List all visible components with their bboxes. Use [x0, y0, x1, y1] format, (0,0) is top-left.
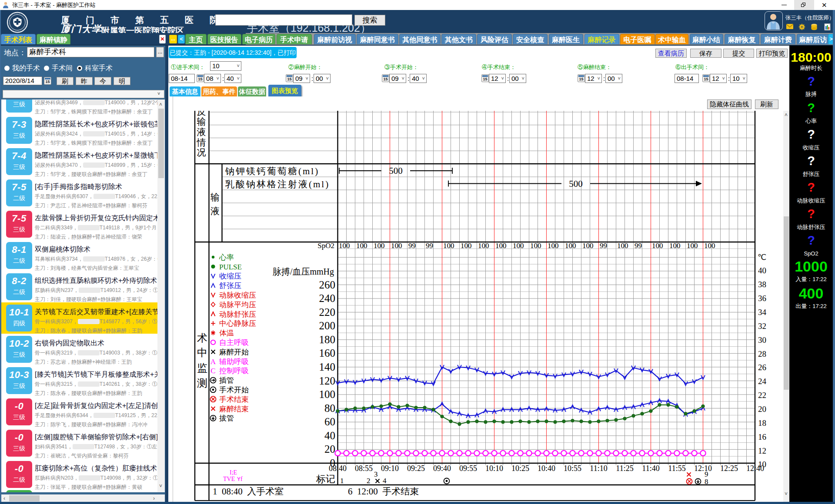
- svg-text:12:40: 12:40: [746, 464, 764, 473]
- svg-text:100: 100: [548, 242, 559, 250]
- svg-text:100: 100: [687, 242, 698, 250]
- svg-text:18: 18: [758, 418, 766, 428]
- svg-text:乳酸钠林格注射液(ml): 乳酸钠林格注射液(ml): [225, 179, 330, 189]
- svg-text:08:55: 08:55: [355, 464, 373, 473]
- svg-text:09:40: 09:40: [433, 464, 451, 473]
- svg-text:4: 4: [383, 477, 387, 485]
- svg-text:C: C: [210, 367, 215, 375]
- svg-text:11:25: 11:25: [616, 464, 633, 473]
- svg-text:况: 况: [197, 147, 206, 158]
- svg-text:动脉平均压: 动脉平均压: [219, 301, 256, 309]
- svg-text:36: 36: [758, 294, 766, 303]
- svg-text:140: 140: [319, 361, 336, 373]
- svg-text:体温: 体温: [219, 329, 234, 337]
- svg-text:40: 40: [324, 430, 335, 441]
- svg-text:辅助呼吸: 辅助呼吸: [219, 358, 249, 366]
- svg-text:10:40: 10:40: [538, 464, 555, 473]
- svg-text:11:55: 11:55: [668, 464, 685, 473]
- svg-text:脉搏/血压mmHg: 脉搏/血压mmHg: [273, 267, 334, 277]
- svg-text:100: 100: [652, 242, 663, 250]
- svg-text:100: 100: [461, 242, 472, 250]
- svg-text:收缩压: 收缩压: [219, 272, 241, 280]
- svg-text:99: 99: [426, 242, 433, 250]
- svg-text:26: 26: [758, 363, 766, 372]
- svg-text:09:10: 09:10: [381, 464, 399, 473]
- svg-text:自主呼吸: 自主呼吸: [219, 338, 249, 347]
- svg-text:260: 260: [319, 279, 336, 291]
- svg-text:28: 28: [758, 349, 766, 358]
- svg-text:12:25: 12:25: [720, 464, 738, 473]
- svg-text:24: 24: [758, 377, 767, 386]
- svg-text:220: 220: [319, 306, 336, 318]
- svg-text:08:40: 08:40: [329, 464, 347, 473]
- svg-text:20: 20: [758, 405, 766, 414]
- svg-text:160: 160: [319, 347, 336, 359]
- svg-text:100: 100: [495, 242, 507, 250]
- svg-text:I;E: I;E: [230, 469, 237, 476]
- svg-text:100: 100: [478, 242, 489, 250]
- svg-text:16: 16: [758, 432, 766, 441]
- svg-text:A: A: [210, 358, 216, 366]
- svg-text:拔管: 拔管: [219, 414, 234, 422]
- svg-text:34: 34: [758, 308, 767, 317]
- svg-text:500: 500: [389, 166, 403, 176]
- svg-text:12:10: 12:10: [694, 464, 712, 473]
- svg-text:1: 1: [340, 477, 344, 485]
- svg-text:11:10: 11:10: [590, 464, 607, 473]
- svg-text:麻醉开始: 麻醉开始: [219, 348, 249, 356]
- svg-text:100: 100: [513, 242, 524, 250]
- svg-text:09:55: 09:55: [459, 464, 477, 473]
- svg-text:100: 100: [356, 242, 367, 250]
- svg-text:22: 22: [758, 391, 766, 400]
- svg-text:输: 输: [197, 116, 206, 127]
- svg-text:60: 60: [324, 416, 335, 428]
- svg-text:术: 术: [197, 332, 207, 344]
- svg-text:标记: 标记: [316, 474, 335, 484]
- svg-text:心率: 心率: [219, 253, 234, 262]
- svg-text:38: 38: [758, 280, 766, 289]
- svg-text:反: 反: [197, 111, 206, 117]
- svg-text:99: 99: [408, 242, 416, 250]
- svg-text:120: 120: [319, 375, 336, 387]
- svg-text:测: 测: [197, 378, 207, 389]
- svg-text:液: 液: [197, 127, 206, 137]
- svg-text:11:40: 11:40: [642, 464, 659, 473]
- svg-text:100: 100: [617, 242, 628, 250]
- svg-text:240: 240: [319, 292, 336, 304]
- svg-text:手术开始: 手术开始: [219, 386, 249, 394]
- svg-text:舒张压: 舒张压: [219, 282, 241, 290]
- svg-text:100: 100: [443, 242, 454, 250]
- svg-text:09:25: 09:25: [407, 464, 425, 473]
- svg-text:32: 32: [758, 322, 766, 331]
- svg-text:500: 500: [569, 179, 583, 189]
- svg-text:手术结束: 手术结束: [219, 395, 249, 404]
- svg-text:SpO2: SpO2: [317, 242, 334, 250]
- svg-text:控制呼吸: 控制呼吸: [219, 367, 249, 375]
- svg-text:99: 99: [635, 242, 642, 250]
- svg-text:钠钾镁钙葡萄糖(ml): 钠钾镁钙葡萄糖(ml): [225, 166, 319, 176]
- svg-text:80: 80: [324, 402, 335, 414]
- svg-text:10:10: 10:10: [485, 464, 503, 473]
- svg-text:中心静脉压: 中心静脉压: [219, 319, 256, 328]
- svg-text:3: 3: [374, 470, 378, 478]
- svg-text:PULSE: PULSE: [219, 263, 242, 271]
- svg-text:40: 40: [758, 266, 766, 275]
- svg-text:100: 100: [669, 242, 681, 250]
- svg-text:100: 100: [374, 242, 385, 250]
- svg-text:100: 100: [582, 242, 594, 250]
- svg-text:中: 中: [197, 347, 207, 358]
- svg-text:动脉收缩压: 动脉收缩压: [219, 291, 256, 299]
- svg-text:监: 监: [197, 362, 207, 374]
- svg-text:插管: 插管: [219, 376, 234, 385]
- svg-text:1 08:40 入手术室: 1 08:40 入手术室: [213, 486, 284, 497]
- svg-text:30: 30: [758, 335, 766, 345]
- svg-text:f: f: [240, 476, 243, 482]
- svg-text:2: 2: [367, 477, 371, 485]
- svg-text:100: 100: [391, 242, 402, 250]
- svg-text:180: 180: [319, 334, 336, 345]
- svg-text:TVE: TVE: [223, 476, 235, 482]
- svg-text:100: 100: [319, 388, 336, 400]
- svg-text:100: 100: [530, 242, 541, 250]
- svg-text:99: 99: [600, 242, 607, 250]
- svg-text:100: 100: [704, 242, 715, 250]
